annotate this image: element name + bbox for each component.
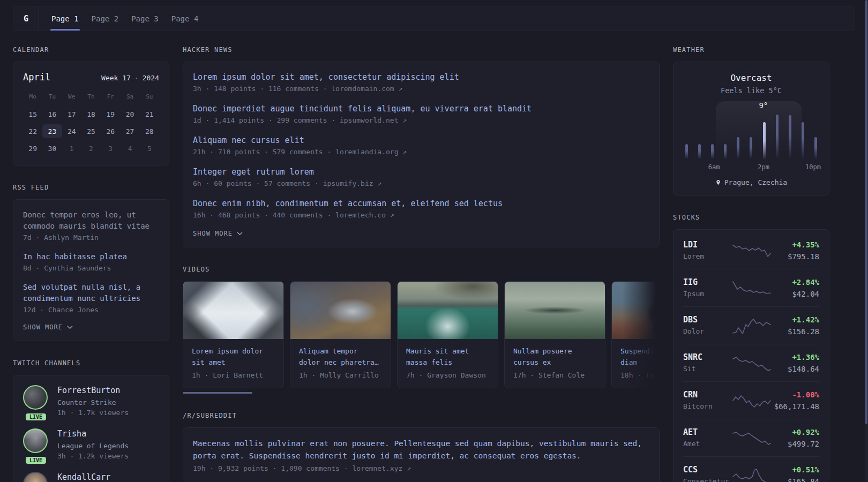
calendar-grid: Mo Tu We Th Fr Sa Su 15 16 17 18 19 20 2… (23, 91, 159, 155)
tab-page-4[interactable]: Page 4 (165, 7, 205, 31)
day-header: We (62, 91, 81, 102)
stock-change: +1.36% (771, 352, 819, 363)
rss-item-title[interactable]: In hac habitasse platea (23, 251, 159, 262)
hn-item-meta[interactable]: 6h · 60 points · 57 comments · ipsumify.… (193, 178, 649, 189)
stock-symbol: LDI (683, 239, 732, 250)
chevron-down-icon (67, 325, 73, 329)
video-meta: 1h · Lori Barnett (192, 371, 275, 379)
rss-item-title[interactable]: Donec tempor eros leo, ut commodo mauris… (23, 209, 159, 232)
weather-bar (724, 144, 727, 159)
rss-widget: RSS FEED Donec tempor eros leo, ut commo… (13, 184, 169, 341)
video-thumbnail[interactable] (290, 282, 391, 339)
stock-row[interactable]: LDI Lorem +4.35% $795.18 (683, 232, 819, 269)
tab-label: Page 4 (171, 14, 199, 23)
video-meta: 7h · Grayson Dawson (406, 371, 489, 379)
channel-name[interactable]: KendallCarr (57, 472, 110, 482)
hackernews-card: Lorem ipsum dolor sit amet, consectetur … (183, 62, 660, 247)
hn-item: Aliquam nec cursus elit 21h · 710 points… (193, 135, 649, 157)
video-thumbnail[interactable] (183, 282, 283, 339)
video-title[interactable]: Nullam posuere cursus ex (513, 345, 596, 368)
rss-show-more-button[interactable]: SHOW MORE (23, 323, 159, 331)
video-title[interactable]: Suspendisse diam (620, 345, 660, 368)
hn-item-meta[interactable]: 3h · 148 points · 116 comments · loremdo… (193, 83, 649, 94)
video-card[interactable]: Lorem ipsum dolor sit amet consectetu… 1… (183, 281, 284, 388)
calendar-date: 29 (23, 141, 42, 155)
video-thumbnail[interactable] (612, 282, 660, 339)
calendar-date-next-month: 2 (81, 141, 101, 155)
stock-symbol: SNRC (683, 352, 732, 363)
video-title[interactable]: Lorem ipsum dolor sit amet consectetu… (192, 345, 275, 368)
logo[interactable]: G (13, 7, 39, 31)
hn-item-title[interactable]: Integer eget rutrum lorem (193, 167, 649, 178)
page-scrollbar-track[interactable] (865, 0, 868, 482)
page-scrollbar-thumb[interactable] (865, 0, 867, 424)
video-card[interactable]: Nullam posuere cursus ex 17h · Stefan Co… (504, 281, 605, 388)
calendar-date-next-month: 5 (140, 141, 159, 155)
avatar[interactable] (23, 472, 49, 482)
tab-page-1[interactable]: Page 1 (45, 7, 85, 31)
videos-horizontal-scrollbar[interactable] (183, 392, 252, 394)
rss-card: Donec tempor eros leo, ut commodo mauris… (13, 199, 169, 341)
weather-bar (776, 115, 779, 159)
tab-label: Page 3 (131, 14, 159, 23)
post-meta[interactable]: 19h · 9,932 points · 1,090 comments · lo… (193, 463, 649, 474)
day-header: Fr (101, 91, 120, 102)
calendar-date: 18 (81, 107, 101, 121)
video-thumbnail[interactable] (398, 282, 498, 339)
stock-row[interactable]: AET Amet +0.92% $499.72 (683, 419, 819, 457)
hn-item-meta[interactable]: 16h · 468 points · 440 comments · loremt… (193, 209, 649, 221)
tab-page-2[interactable]: Page 2 (85, 7, 125, 31)
calendar-year: 2024 (143, 74, 159, 82)
video-title[interactable]: Aliquam tempor dolor nec pharetra… (299, 345, 382, 368)
rss-item: In hac habitasse platea 8d · Cynthia Sau… (23, 251, 159, 274)
avatar[interactable]: LIVE (23, 385, 49, 418)
weather-bar-current (763, 122, 766, 159)
stock-row[interactable]: CRN Bitcorn -1.00% $66,171.48 (683, 382, 819, 419)
subreddit-card: Maecenas mollis pulvinar erat non posuer… (183, 427, 660, 482)
video-card[interactable]: Aliquam tempor dolor nec pharetra… 1h · … (290, 281, 391, 388)
section-label-weather: WEATHER (673, 46, 829, 54)
weather-bar-chart: 9° (683, 100, 819, 160)
hn-item-meta[interactable]: 1d · 1,414 points · 299 comments · ipsum… (193, 115, 649, 126)
section-label-videos: VIDEOS (183, 266, 660, 273)
video-card[interactable]: Mauris sit amet massa felis 7h · Grayson… (397, 281, 498, 388)
rss-item-title[interactable]: Sed volutpat nulla nisl, a condimentum n… (23, 282, 159, 304)
stock-row[interactable]: DBS Dolor +1.42% $156.28 (683, 307, 819, 344)
channel-name[interactable]: Trisha (57, 428, 129, 439)
stock-row[interactable]: CCS Consectetur +0.51% $165.84 (683, 457, 819, 482)
hn-item-title[interactable]: Lorem ipsum dolor sit amet, consectetur … (193, 72, 649, 83)
video-title[interactable]: Mauris sit amet massa felis (406, 345, 489, 368)
twitch-channel-row[interactable]: LIVE ForrestBurton Counter-Strike 1h · 1… (23, 385, 159, 418)
tab-page-3[interactable]: Page 3 (125, 7, 165, 31)
post-title[interactable]: Maecenas mollis pulvinar erat non posuer… (193, 438, 649, 462)
twitch-widget: TWITCH CHANNELS LIVE ForrestBurton Count… (13, 359, 169, 482)
avatar[interactable]: LIVE (23, 428, 49, 461)
dot-separator: · (134, 74, 139, 82)
video-thumbnail[interactable] (505, 282, 605, 339)
weather-condition: Overcast (683, 73, 819, 83)
weather-bar (802, 122, 804, 159)
show-more-label: SHOW MORE (23, 323, 63, 331)
calendar-date: 30 (42, 141, 62, 155)
hn-item-title[interactable]: Aliquam nec cursus elit (193, 135, 649, 146)
chevron-down-icon (237, 231, 243, 236)
hn-item-title[interactable]: Donec imperdiet augue tincidunt felis al… (193, 103, 649, 115)
stock-name: Sit (683, 364, 732, 374)
day-header: Sa (120, 91, 139, 102)
stock-sparkline (732, 279, 771, 297)
twitch-channel-row[interactable]: KendallCarr (23, 472, 159, 482)
section-label-subreddit: /R/SUBREDDIT (183, 412, 660, 419)
calendar-card: April Week 17 · 2024 Mo Tu We Th Fr Sa (13, 62, 169, 165)
rss-item-meta: 12d · Chance Jones (23, 304, 159, 315)
twitch-channel-row[interactable]: LIVE Trisha League of Legends 3h · 1.2k … (23, 428, 159, 461)
hn-item-meta[interactable]: 21h · 710 points · 579 comments · loreml… (193, 146, 649, 157)
video-card[interactable]: Suspendisse diam 18h · Tara (611, 281, 660, 388)
hn-show-more-button[interactable]: SHOW MORE (193, 230, 649, 237)
rss-item: Donec tempor eros leo, ut commodo mauris… (23, 209, 159, 243)
stock-row[interactable]: SNRC Sit +1.36% $148.64 (683, 344, 819, 382)
hn-item: Lorem ipsum dolor sit amet, consectetur … (193, 72, 649, 94)
hn-item-title[interactable]: Donec enim nibh, condimentum et accumsan… (193, 198, 649, 209)
calendar-date: 17 (62, 107, 81, 121)
channel-name[interactable]: ForrestBurton (57, 385, 129, 396)
stock-row[interactable]: IIG Ipsum +2.84% $42.04 (683, 269, 819, 307)
